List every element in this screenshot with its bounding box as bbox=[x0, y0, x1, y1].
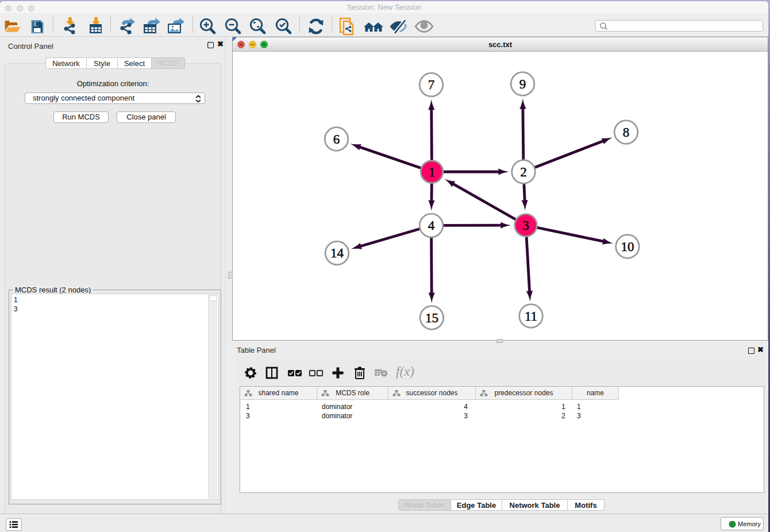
svg-text:10: 10 bbox=[621, 240, 634, 254]
svg-text:2: 2 bbox=[520, 165, 527, 179]
svg-text:8: 8 bbox=[623, 125, 630, 140]
svg-text:6: 6 bbox=[333, 132, 340, 147]
svg-text:1: 1 bbox=[429, 165, 436, 179]
svg-text:7: 7 bbox=[428, 78, 435, 92]
svg-text:11: 11 bbox=[525, 309, 537, 323]
svg-text:15: 15 bbox=[425, 311, 438, 325]
svg-text:4: 4 bbox=[428, 218, 435, 233]
svg-text:3: 3 bbox=[522, 218, 529, 233]
svg-text:14: 14 bbox=[330, 246, 344, 260]
svg-text:9: 9 bbox=[519, 77, 526, 91]
